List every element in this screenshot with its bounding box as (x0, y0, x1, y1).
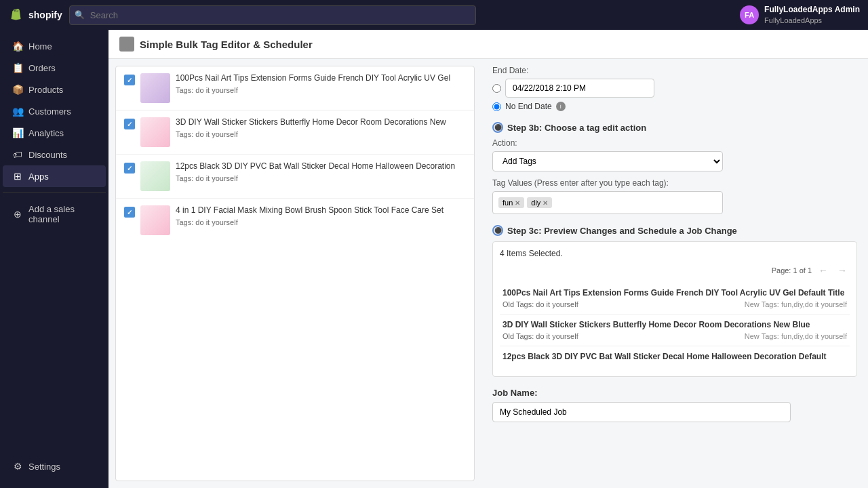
step3c-section: ⚫ Step 3c: Preview Changes and Schedule … (492, 225, 857, 377)
action-row: Action: Add Tags Remove Tags Replace Tag… (492, 138, 857, 171)
step3b-bullet: ⚫ (492, 122, 503, 133)
tag-chip-diy: diy ✕ (527, 197, 552, 208)
date-radio[interactable] (492, 84, 501, 93)
search-input[interactable] (69, 5, 476, 25)
sidebar-item-apps[interactable]: ⊞ Apps (3, 165, 106, 187)
end-date-section: End Date: No End Date i (492, 66, 857, 111)
new-tags-0: New Tags: fun,diy,do it yourself (745, 300, 847, 308)
settings-icon: ⚙ (12, 461, 23, 472)
svg-point-0 (123, 40, 131, 48)
product-checkbox-3[interactable] (124, 207, 135, 218)
product-item-2: 12pcs Black 3D DIY PVC Bat Wall Sticker … (116, 155, 474, 199)
right-panel: End Date: No End Date i (481, 59, 868, 488)
customers-icon: 👥 (12, 106, 23, 117)
old-tags-0: Old Tags: do it yourself (502, 300, 578, 308)
app-title: Simple Bulk Tag Editor & Scheduler (140, 39, 313, 50)
panels: 100Pcs Nail Art Tips Extension Forms Gui… (108, 59, 868, 488)
product-details-0: 100Pcs Nail Art Tips Extension Forms Gui… (176, 73, 466, 94)
preview-section: 4 Items Selected. Page: 1 of 1 ← → 100Pc… (492, 241, 857, 377)
sidebar-label-orders: Orders (28, 63, 56, 73)
tag-remove-diy[interactable]: ✕ (542, 199, 548, 207)
discounts-icon: 🏷 (12, 149, 23, 160)
product-details-2: 12pcs Black 3D DIY PVC Bat Wall Sticker … (176, 161, 466, 182)
product-details-1: 3D DIY Wall Sticker Stickers Butterfly H… (176, 117, 466, 138)
step3c-bullet: ⚫ (492, 225, 503, 236)
preview-name-0: 100Pcs Nail Art Tips Extension Forms Gui… (502, 288, 847, 298)
sidebar-item-orders[interactable]: 📋 Orders (3, 57, 106, 79)
product-image-0 (140, 73, 170, 103)
product-tags-0: Tags: do it yourself (176, 86, 466, 94)
step3c-label: ⚫ Step 3c: Preview Changes and Schedule … (492, 225, 857, 236)
tag-value-fun: fun (502, 199, 513, 207)
preview-tags-1: Old Tags: do it yourself New Tags: fun,d… (502, 332, 847, 340)
product-item-1: 3D DIY Wall Sticker Stickers Butterfly H… (116, 110, 474, 155)
logo-text: shopify (28, 9, 62, 20)
sidebar-item-customers[interactable]: 👥 Customers (3, 100, 106, 122)
new-tags-1: New Tags: fun,diy,do it yourself (745, 332, 847, 340)
home-icon: 🏠 (12, 41, 23, 52)
product-tags-2: Tags: do it yourself (176, 174, 466, 182)
product-name-1: 3D DIY Wall Sticker Stickers Butterfly H… (176, 117, 466, 128)
sidebar-label-customers: Customers (28, 106, 71, 117)
product-tags-3: Tags: do it yourself (176, 218, 466, 226)
tag-value-diy: diy (531, 199, 540, 207)
analytics-icon: 📊 (12, 127, 23, 138)
sidebar-label-apps: Apps (28, 171, 49, 182)
sidebar-label-add-channel: Add a sales channel (28, 204, 96, 224)
product-image-3 (140, 205, 170, 235)
tag-values-label: Tag Values (Press enter after you type e… (492, 178, 857, 188)
pagination: Page: 1 of 1 ← → (500, 264, 850, 277)
product-name-2: 12pcs Black 3D DIY PVC Bat Wall Sticker … (176, 161, 466, 172)
product-name-0: 100Pcs Nail Art Tips Extension Forms Gui… (176, 73, 466, 84)
topbar: shopify 🔍 FA FullyLoadedApps Admin Fully… (0, 0, 868, 30)
user-name: FullyLoadedApps Admin (764, 5, 860, 16)
tag-input-area[interactable]: fun ✕ diy ✕ (492, 191, 723, 214)
date-input[interactable] (505, 79, 654, 98)
apps-icon: ⊞ (12, 171, 23, 182)
product-panel: 100Pcs Nail Art Tips Extension Forms Gui… (115, 66, 475, 481)
sidebar-label-home: Home (28, 41, 52, 52)
product-item-3: 4 in 1 DIY Facial Mask Mixing Bowl Brush… (116, 199, 474, 242)
product-checkbox-2[interactable] (124, 163, 135, 174)
sidebar-label-discounts: Discounts (28, 150, 67, 160)
search-icon: 🔍 (75, 10, 85, 20)
step3b-label: ⚫ Step 3b: Choose a tag edit action (492, 122, 857, 133)
prev-page-button[interactable]: ← (816, 264, 831, 277)
tag-chip-fun: fun ✕ (498, 197, 524, 208)
no-end-date-radio[interactable] (492, 102, 501, 111)
sidebar-item-home[interactable]: 🏠 Home (3, 35, 106, 57)
product-item-0: 100Pcs Nail Art Tips Extension Forms Gui… (116, 66, 474, 110)
sidebar-item-settings[interactable]: ⚙ Settings (3, 455, 106, 477)
tag-remove-fun[interactable]: ✕ (515, 199, 520, 207)
step3b-section: ⚫ Step 3b: Choose a tag edit action Acti… (492, 122, 857, 214)
job-section: Job Name: (492, 388, 857, 422)
user-info: FullyLoadedApps Admin FullyLoadedApps (764, 5, 860, 25)
sidebar-item-products[interactable]: 📦 Products (3, 79, 106, 100)
product-checkbox-0[interactable] (124, 75, 135, 85)
sidebar-label-products: Products (28, 85, 63, 95)
add-channel-icon: ⊕ (12, 209, 23, 220)
search-bar[interactable]: 🔍 (69, 5, 476, 25)
sidebar-item-discounts[interactable]: 🏷 Discounts (3, 144, 106, 165)
sidebar-item-analytics[interactable]: 📊 Analytics (3, 122, 106, 144)
info-icon[interactable]: i (556, 102, 566, 111)
preview-row-2: 12pcs Black 3D DIY PVC Bat Wall Sticker … (500, 346, 850, 369)
product-tags-1: Tags: do it yourself (176, 130, 466, 138)
no-end-date-row: No End Date i (492, 102, 857, 111)
preview-row-0: 100Pcs Nail Art Tips Extension Forms Gui… (500, 283, 850, 314)
preview-name-2: 12pcs Black 3D DIY PVC Bat Wall Sticker … (502, 352, 847, 361)
job-name-input[interactable] (492, 402, 791, 422)
products-icon: 📦 (12, 84, 23, 95)
product-image-1 (140, 117, 170, 147)
user-sub: FullyLoadedApps (764, 16, 860, 25)
tag-values-row: Tag Values (Press enter after you type e… (492, 178, 857, 214)
sidebar-label-analytics: Analytics (28, 128, 64, 138)
old-tags-1: Old Tags: do it yourself (502, 332, 578, 340)
next-page-button[interactable]: → (835, 264, 850, 277)
job-name-label: Job Name: (492, 388, 857, 398)
shopify-logo: shopify (8, 7, 62, 23)
sidebar-item-add-channel[interactable]: ⊕ Add a sales channel (3, 199, 106, 230)
product-checkbox-1[interactable] (124, 119, 135, 129)
sidebar-label-settings: Settings (28, 462, 60, 472)
action-select[interactable]: Add Tags Remove Tags Replace Tags (492, 151, 723, 171)
